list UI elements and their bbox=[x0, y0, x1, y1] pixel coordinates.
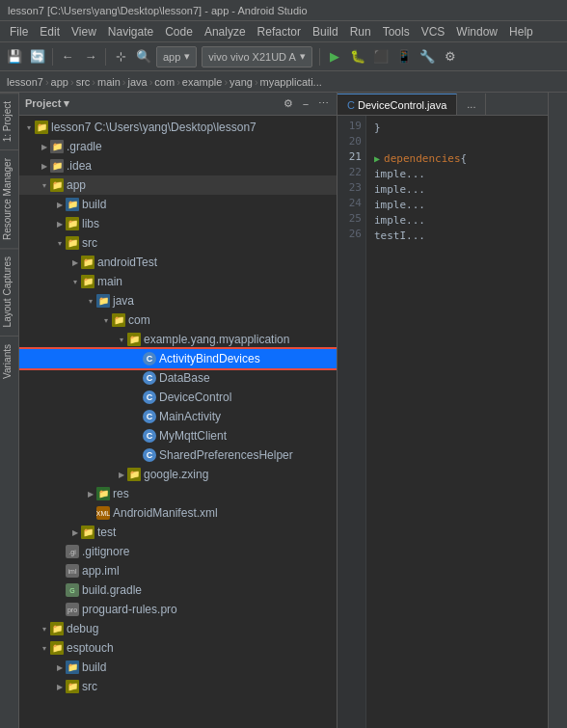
stop-button[interactable]: ⬛ bbox=[370, 46, 392, 67]
toolbar-cursor-btn[interactable]: ⊹ bbox=[110, 46, 131, 67]
tree-item-activitybinddevices[interactable]: C ActivityBindDevices bbox=[19, 349, 337, 368]
tree-item-esptouch-build[interactable]: ▶ 📁 build bbox=[19, 658, 337, 677]
toolbar-forward-btn[interactable]: → bbox=[80, 46, 101, 67]
arrow-debug: ▾ bbox=[39, 623, 50, 634]
tree-item-gradle[interactable]: ▶ 📁 .gradle bbox=[19, 137, 337, 156]
breadcrumb-myapp[interactable]: myapplicati... bbox=[260, 76, 322, 88]
breadcrumb-main[interactable]: main bbox=[97, 76, 121, 88]
breadcrumb-sep5: › bbox=[149, 76, 153, 88]
breadcrumb-src[interactable]: src bbox=[76, 76, 91, 88]
tree-item-debug[interactable]: ▾ 📁 debug bbox=[19, 619, 337, 638]
tree-item-lesson7[interactable]: ▾ 📁 lesson7 C:\Users\yang\Desktop\lesson… bbox=[19, 118, 337, 137]
breadcrumb-sep6: › bbox=[176, 76, 180, 88]
tree-item-androidtest[interactable]: ▶ 📁 androidTest bbox=[19, 253, 337, 272]
toolbar-sdkman-btn[interactable]: 🔧 bbox=[417, 46, 438, 67]
panel-settings-btn[interactable]: ⚙ bbox=[281, 96, 296, 112]
menu-refactor[interactable]: Refactor bbox=[252, 23, 307, 40]
breadcrumb-java[interactable]: java bbox=[127, 76, 147, 88]
breadcrumb-example[interactable]: example bbox=[182, 76, 223, 88]
tree-item-com[interactable]: ▾ 📁 com bbox=[19, 310, 337, 330]
icon-com: 📁 bbox=[112, 313, 125, 327]
tree-item-java[interactable]: ▾ 📁 java bbox=[19, 291, 337, 310]
tree-item-googlezxing[interactable]: ▶ 📁 google.zxing bbox=[19, 465, 337, 484]
menu-code[interactable]: Code bbox=[159, 23, 199, 40]
code-line-25: imple... bbox=[374, 212, 540, 228]
breadcrumb-yang[interactable]: yang bbox=[230, 76, 253, 88]
breadcrumb-lesson7[interactable]: lesson7 bbox=[7, 76, 43, 88]
tree-item-main[interactable]: ▾ 📁 main bbox=[19, 272, 337, 291]
tree-item-test[interactable]: ▶ 📁 test bbox=[19, 523, 337, 542]
tree-item-build[interactable]: ▶ 📁 build bbox=[19, 195, 337, 214]
toolbar-back-btn[interactable]: ← bbox=[57, 46, 78, 67]
toolbar-save-btn[interactable]: 💾 bbox=[4, 46, 25, 67]
tree-item-mainactivity[interactable]: C MainActivity bbox=[19, 407, 337, 426]
tree-item-esptouch-src[interactable]: ▶ 📁 src bbox=[19, 677, 337, 696]
label-app: app bbox=[67, 178, 86, 192]
tree-item-mymqttclient[interactable]: C MyMqttClient bbox=[19, 426, 337, 445]
code-line-22: imple... bbox=[374, 166, 540, 181]
menu-help[interactable]: Help bbox=[503, 23, 539, 40]
label-sharedprefs: SharedPreferencesHelper bbox=[159, 448, 293, 462]
menu-analyze[interactable]: Analyze bbox=[199, 23, 252, 40]
label-database: DataBase bbox=[159, 371, 210, 385]
menu-run[interactable]: Run bbox=[344, 23, 377, 40]
label-androidtest: androidTest bbox=[97, 256, 157, 269]
arrow-mymqtt bbox=[131, 430, 143, 442]
app-selector[interactable]: app ▾ bbox=[156, 46, 197, 67]
side-tab-variants[interactable]: Variants bbox=[0, 336, 18, 387]
code-line-23: imple... bbox=[374, 181, 540, 197]
tree-item-libs[interactable]: ▶ 📁 libs bbox=[19, 214, 337, 233]
left-side-tabs: 1: Project Resource Manager Layout Captu… bbox=[0, 93, 19, 728]
line-23: 23 bbox=[338, 181, 365, 197]
breadcrumb-app[interactable]: app bbox=[51, 76, 68, 88]
code-arrow-21[interactable]: ▶ bbox=[374, 153, 380, 164]
debug-button[interactable]: 🐛 bbox=[347, 46, 368, 67]
tree-item-app[interactable]: ▾ 📁 app bbox=[19, 175, 337, 195]
tab-more[interactable]: ... bbox=[457, 94, 486, 115]
breadcrumb-sep3: › bbox=[92, 76, 95, 88]
tree-item-proguard[interactable]: pro proguard-rules.pro bbox=[19, 600, 337, 619]
menu-view[interactable]: View bbox=[66, 23, 102, 40]
toolbar-sync-btn[interactable]: 🔄 bbox=[27, 46, 48, 67]
tree-item-idea[interactable]: ▶ 📁 .idea bbox=[19, 156, 337, 175]
device-selector[interactable]: vivo vivo X21UD A ▾ bbox=[202, 46, 311, 67]
tree-item-src[interactable]: ▾ 📁 src bbox=[19, 233, 337, 253]
toolbar-settings-btn[interactable]: ⚙ bbox=[440, 46, 461, 67]
menu-build[interactable]: Build bbox=[307, 23, 344, 40]
label-mymqtt: MyMqttClient bbox=[159, 429, 227, 443]
toolbar-avd-btn[interactable]: 📱 bbox=[393, 46, 415, 67]
menu-file[interactable]: File bbox=[4, 23, 34, 40]
tree-item-esptouch[interactable]: ▾ 📁 esptouch bbox=[19, 638, 337, 658]
breadcrumb-com[interactable]: com bbox=[154, 76, 175, 88]
menu-window[interactable]: Window bbox=[450, 23, 503, 40]
side-tab-resource-manager[interactable]: Resource Manager bbox=[0, 149, 18, 248]
tree-item-androidmanifest[interactable]: XML AndroidManifest.xml bbox=[19, 503, 337, 523]
menu-edit[interactable]: Edit bbox=[34, 23, 66, 40]
tab-devicecontrol[interactable]: C DeviceControl.java bbox=[338, 94, 457, 115]
menu-vcs[interactable]: VCS bbox=[416, 23, 451, 40]
tree-item-buildgradle[interactable]: G build.gradle bbox=[19, 580, 337, 600]
tree-item-sharedpreferences[interactable]: C SharedPreferencesHelper bbox=[19, 445, 337, 465]
icon-mymqtt: C bbox=[143, 429, 156, 443]
label-java: java bbox=[113, 294, 134, 308]
side-tab-layout-captures[interactable]: Layout Captures bbox=[0, 248, 18, 335]
panel-collapse-btn[interactable]: − bbox=[298, 96, 313, 112]
icon-idea: 📁 bbox=[50, 159, 64, 173]
arrow-manifest bbox=[85, 507, 96, 519]
tree-item-appiml[interactable]: iml app.iml bbox=[19, 561, 337, 580]
code-area[interactable]: } ▶ dependencies { imple... imple... imp… bbox=[366, 116, 548, 728]
side-tab-project[interactable]: 1: Project bbox=[0, 93, 18, 149]
title-bar: lesson7 [C:\Users\yang\Desktop\lesson7] … bbox=[0, 0, 567, 21]
menu-tools[interactable]: Tools bbox=[377, 23, 416, 40]
tree-item-example[interactable]: ▾ 📁 example.yang.myapplication bbox=[19, 330, 337, 349]
tree-item-gitignore[interactable]: .gi .gitignore bbox=[19, 542, 337, 561]
toolbar-search-btn[interactable]: 🔍 bbox=[133, 46, 154, 67]
run-button[interactable]: ▶ bbox=[324, 46, 345, 67]
menu-navigate[interactable]: Navigate bbox=[102, 23, 159, 40]
tree-item-res[interactable]: ▶ 📁 res bbox=[19, 484, 337, 503]
arrow-esptouch: ▾ bbox=[39, 642, 50, 654]
line-numbers: 19 20 21 22 23 24 25 26 bbox=[338, 116, 366, 728]
tree-item-database[interactable]: C DataBase bbox=[19, 368, 337, 388]
tree-item-devicecontrol[interactable]: C DeviceControl bbox=[19, 388, 337, 407]
panel-gear-btn[interactable]: ⋯ bbox=[315, 96, 331, 112]
